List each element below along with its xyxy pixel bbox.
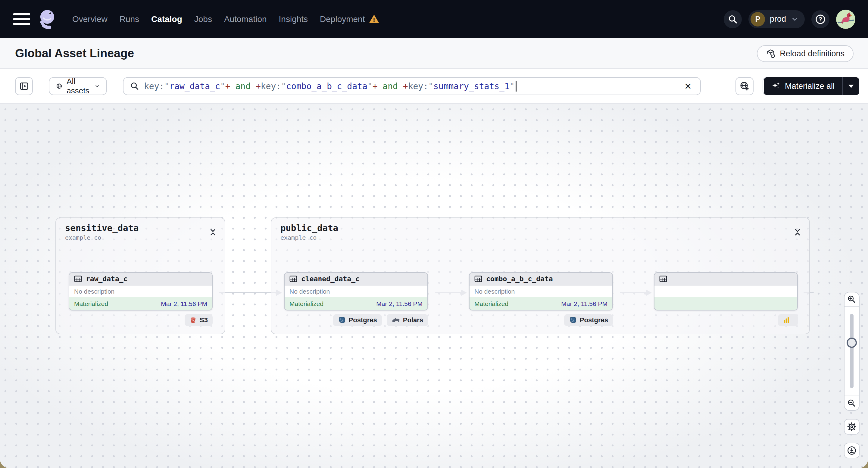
top-nav: Overview Runs Catalog Jobs Automation In… [0,0,868,38]
chevron-down-icon [791,15,799,23]
warning-icon [369,14,379,24]
hamburger-menu-icon[interactable] [13,10,30,28]
tag-postgres[interactable]: Postgres [564,314,613,326]
tag-label: Postgres [580,316,608,324]
tag-label: Polars [403,316,423,324]
materialize-all-label: Materialize all [785,82,835,91]
collapse-group-icon[interactable] [209,228,217,238]
clear-query-button[interactable]: ✕ [682,78,694,95]
dagster-logo-icon[interactable] [37,8,60,31]
nav-item-insights[interactable]: Insights [279,14,308,24]
tag-label: Postgres [349,316,377,324]
zoom-out-button[interactable] [844,396,859,410]
tag-power-bi[interactable] [778,314,798,326]
zoom-controls [844,292,860,411]
tag-row: Postgres Polars [284,314,428,326]
status-timestamp[interactable]: Mar 2, 11:56 PM [161,300,207,308]
tag-polars[interactable]: Polars [387,314,428,326]
nav-right: P prod ? [724,10,855,29]
environment-switcher[interactable]: P prod [748,10,805,28]
polars-bear-icon [392,317,400,323]
reload-cube-icon [766,49,776,58]
tag-row [654,314,798,326]
table-icon [289,275,297,282]
download-graph-button[interactable] [844,443,860,458]
zoom-slider-track[interactable] [850,314,854,388]
nav-item-deployment[interactable]: Deployment [320,14,379,24]
divider [844,395,859,396]
table-icon [74,275,82,282]
nav-item-overview[interactable]: Overview [72,14,107,24]
nav-item-deployment-label: Deployment [320,14,365,24]
status-timestamp[interactable]: Mar 2, 11:56 PM [561,300,608,308]
chevron-down-icon [95,83,100,90]
open-panel-button[interactable] [15,77,33,95]
group-location: example_co [280,234,800,241]
zoom-out-icon [847,399,856,408]
user-avatar[interactable] [836,10,855,29]
status-badge: Materialized [289,300,323,308]
panel-toggle-icon [19,81,29,91]
tag-postgres[interactable]: Postgres [333,314,382,326]
asset-name: raw_data_c [86,275,127,283]
cardinal-bird-avatar-icon [836,10,855,29]
tag-s3[interactable]: S3 [185,314,213,326]
materialize-all-button[interactable]: Materialize all [764,82,842,91]
page-title: Global Asset Lineage [15,47,134,60]
asset-node-summary-stats-1[interactable] [654,272,798,311]
group-header: sensitive_data example_co [56,218,225,247]
materialize-all-split-button: Materialize all [764,77,859,95]
globe-icon [56,82,62,91]
table-icon [474,275,482,282]
nav-links: Overview Runs Catalog Jobs Automation In… [72,14,379,24]
nav-item-runs[interactable]: Runs [120,14,139,24]
tag-label: S3 [200,316,208,324]
asset-description: No description [469,285,612,298]
svg-text:?: ? [818,15,822,22]
reload-definitions-button[interactable]: Reload definitions [757,45,854,62]
nav-item-jobs[interactable]: Jobs [194,14,212,24]
materialize-options-button[interactable] [843,85,859,88]
asset-name: cleaned_data_c [301,275,360,283]
postgres-icon [569,316,577,324]
zoom-in-button[interactable] [844,292,859,306]
dagster-app: Overview Runs Catalog Jobs Automation In… [0,0,868,468]
download-icon [847,446,857,455]
asset-description [654,285,797,298]
powerbi-icon [783,316,790,324]
search-icon [130,82,139,91]
zoom-slider-thumb[interactable] [847,338,857,348]
asset-scope-selector[interactable]: All assets [49,77,107,95]
help-button[interactable]: ? [811,10,830,28]
nav-item-automation[interactable]: Automation [224,14,267,24]
asset-node-combo-a-b-c-data[interactable]: combo_a_b_c_data No description Material… [469,272,613,311]
lineage-toolbar: All assets key:"raw_data_c"+ and +key:"c… [0,69,868,104]
new-lineage-view-button[interactable] [736,77,753,95]
search-icon [728,14,738,24]
collapse-group-icon[interactable] [794,228,801,238]
asset-node-cleaned-data-c[interactable]: cleaned_data_c No description Materializ… [284,272,428,311]
status-timestamp[interactable]: Mar 2, 11:56 PM [376,300,423,308]
nav-item-catalog[interactable]: Catalog [151,14,182,24]
group-name: sensitive_data [65,223,216,233]
search-button[interactable] [724,10,742,28]
graph-settings-button[interactable] [844,419,860,435]
edge-raw-to-cleaned [219,292,277,293]
s3-icon [189,316,197,324]
asset-description: No description [69,285,212,298]
gear-icon [847,422,857,432]
asset-description: No description [285,285,427,298]
asset-node-raw-data-c[interactable]: raw_data_c No description Materialized M… [69,272,213,311]
asset-name: combo_a_b_c_data [486,275,553,283]
lineage-canvas[interactable]: sensitive_data example_co public_data ex… [0,104,868,468]
status-badge: Materialized [474,300,508,308]
environment-label: prod [770,14,786,24]
group-header: public_data example_co [271,218,809,247]
table-icon [659,275,667,282]
asset-query-input[interactable]: key:"raw_data_c"+ and +key:"combo_a_b_c_… [123,77,701,95]
group-location: example_co [65,234,216,241]
zoom-in-icon [847,295,856,304]
page-header: Global Asset Lineage Reload definitions [0,38,868,69]
tag-row: S3 [69,314,213,326]
group-name: public_data [280,223,800,233]
